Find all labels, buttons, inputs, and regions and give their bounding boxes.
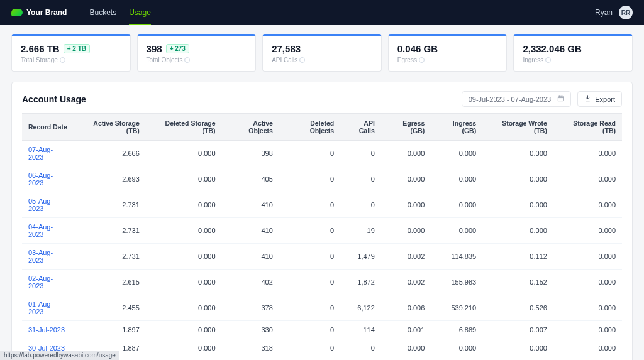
column-header[interactable]: Storage Wrote (TB) [482, 114, 553, 141]
cell-active_storage: 2.731 [74, 218, 146, 244]
cell-active_storage: 2.455 [74, 295, 146, 321]
cell-egress: 0.000 [381, 141, 431, 166]
export-label: Export [595, 95, 615, 103]
brand-logo-icon [11, 9, 23, 16]
cell-deleted_storage: 0.000 [146, 270, 222, 295]
record-date-link[interactable]: 02-Aug-2023 [28, 275, 53, 290]
cell-read: 0.000 [553, 295, 622, 321]
user-name[interactable]: Ryan [595, 8, 613, 17]
column-header[interactable]: Storage Read (TB) [553, 114, 622, 141]
table-body: 07-Aug-20232.6660.000398000.0000.0000.00… [22, 141, 622, 361]
stat-value: 0.046 GB [397, 43, 498, 54]
column-header[interactable]: Record Date [22, 114, 74, 141]
usage-panel: Account Usage 09-Jul-2023 - 07-Aug-2023 … [11, 82, 633, 360]
cell-date[interactable]: 04-Aug-2023 [22, 218, 74, 244]
cell-api_calls: 1,479 [340, 244, 381, 270]
cell-deleted_storage: 0.000 [146, 321, 222, 339]
cell-ingress: 539.210 [431, 295, 482, 321]
record-date-link[interactable]: 07-Aug-2023 [28, 146, 53, 161]
record-date-link[interactable]: 05-Aug-2023 [28, 197, 53, 212]
stat-value: 27,583 [272, 43, 372, 54]
cell-active_objects: 318 [222, 339, 279, 357]
stat-delta-badge: + 273 [166, 44, 189, 53]
column-header[interactable]: Ingress (GB) [431, 114, 482, 141]
column-header[interactable]: Egress (GB) [381, 114, 431, 141]
table-row: 05-Aug-20232.7310.000410000.0000.0000.00… [22, 192, 622, 218]
cell-ingress: 0.000 [431, 339, 482, 357]
record-date-link[interactable]: 06-Aug-2023 [28, 172, 53, 187]
stat-label: API Calls [272, 57, 372, 63]
brand[interactable]: Your Brand [11, 8, 67, 17]
nav-link-usage[interactable]: Usage [129, 1, 151, 25]
nav-link-buckets[interactable]: Buckets [89, 1, 116, 25]
record-date-link[interactable]: 04-Aug-2023 [28, 223, 53, 238]
cell-ingress: 0.000 [431, 141, 482, 166]
stat-label: Ingress [523, 57, 623, 63]
cell-deleted_storage: 0.000 [146, 218, 222, 244]
cell-egress: 0.002 [381, 244, 431, 270]
record-date-link[interactable]: 01-Aug-2023 [28, 300, 53, 315]
cell-date[interactable]: 07-Aug-2023 [22, 141, 74, 166]
info-icon[interactable] [184, 57, 190, 63]
cell-read: 0.000 [553, 270, 622, 295]
cell-deleted_storage: 0.000 [146, 339, 222, 357]
cell-active_objects: 378 [222, 295, 279, 321]
cell-active_objects: 330 [222, 321, 279, 339]
table-row: 31-Jul-20231.8970.00033001140.0016.8890.… [22, 321, 622, 339]
table-row: 07-Aug-20232.6660.000398000.0000.0000.00… [22, 141, 622, 166]
record-date-link[interactable]: 31-Jul-2023 [28, 326, 65, 334]
cell-active_objects: 398 [222, 141, 279, 166]
cell-wrote: 0.152 [482, 270, 553, 295]
column-header[interactable]: Active Storage (TB) [74, 114, 146, 141]
cell-deleted_objects: 0 [279, 218, 340, 244]
cell-egress: 0.000 [381, 166, 431, 192]
table-row: 02-Aug-20232.6150.00040201,8720.002155.9… [22, 270, 622, 295]
cell-api_calls: 1,872 [340, 270, 381, 295]
cell-read: 0.000 [553, 357, 622, 361]
cell-deleted_storage: 0.000 [146, 357, 222, 361]
cell-api_calls: 114 [340, 321, 381, 339]
export-button[interactable]: Export [577, 91, 622, 107]
info-icon[interactable] [60, 57, 65, 63]
record-date-link[interactable]: 03-Aug-2023 [28, 249, 53, 264]
cell-egress: 0.002 [381, 357, 431, 361]
cell-ingress: 155.983 [431, 270, 482, 295]
info-icon[interactable] [419, 57, 425, 63]
cell-deleted_objects: 0 [279, 357, 340, 361]
cell-date[interactable]: 05-Aug-2023 [22, 192, 74, 218]
cell-active_objects: 318 [222, 357, 279, 361]
cell-date[interactable]: 31-Jul-2023 [22, 321, 74, 339]
cell-deleted_objects: 0 [279, 321, 340, 339]
navbar: Your Brand BucketsUsage Ryan RR [0, 0, 644, 25]
cell-deleted_objects: 0 [279, 339, 340, 357]
export-icon [584, 95, 591, 103]
nav-right: Ryan RR [595, 6, 633, 19]
cell-deleted_storage: 0.000 [146, 141, 222, 166]
cell-date[interactable]: 02-Aug-2023 [22, 270, 74, 295]
cell-read: 0.000 [553, 218, 622, 244]
column-header[interactable]: API Calls [340, 114, 381, 141]
cell-ingress: 144.479 [431, 357, 482, 361]
date-range-picker[interactable]: 09-Jul-2023 - 07-Aug-2023 [462, 91, 571, 107]
stat-label: Egress [397, 57, 498, 63]
stat-card: 398+ 273Total Objects [137, 34, 257, 72]
cell-deleted_storage: 0.000 [146, 295, 222, 321]
info-icon[interactable] [545, 57, 551, 63]
cell-date[interactable]: 06-Aug-2023 [22, 166, 74, 192]
column-header[interactable]: Deleted Objects [279, 114, 340, 141]
cell-read: 0.000 [553, 339, 622, 357]
panel-header: Account Usage 09-Jul-2023 - 07-Aug-2023 … [22, 91, 622, 107]
column-header[interactable]: Active Objects [222, 114, 279, 141]
avatar[interactable]: RR [619, 6, 633, 19]
brand-name: Your Brand [26, 8, 67, 17]
cell-date[interactable]: 01-Aug-2023 [22, 295, 74, 321]
cell-active_objects: 405 [222, 166, 279, 192]
cell-active_storage: 2.731 [74, 244, 146, 270]
cell-deleted_storage: 0.000 [146, 166, 222, 192]
cell-ingress: 0.000 [431, 166, 482, 192]
cell-active_objects: 410 [222, 192, 279, 218]
cell-date[interactable]: 03-Aug-2023 [22, 244, 74, 270]
info-icon[interactable] [299, 57, 305, 63]
column-header[interactable]: Deleted Storage (TB) [146, 114, 222, 141]
cell-wrote: 0.007 [482, 321, 553, 339]
